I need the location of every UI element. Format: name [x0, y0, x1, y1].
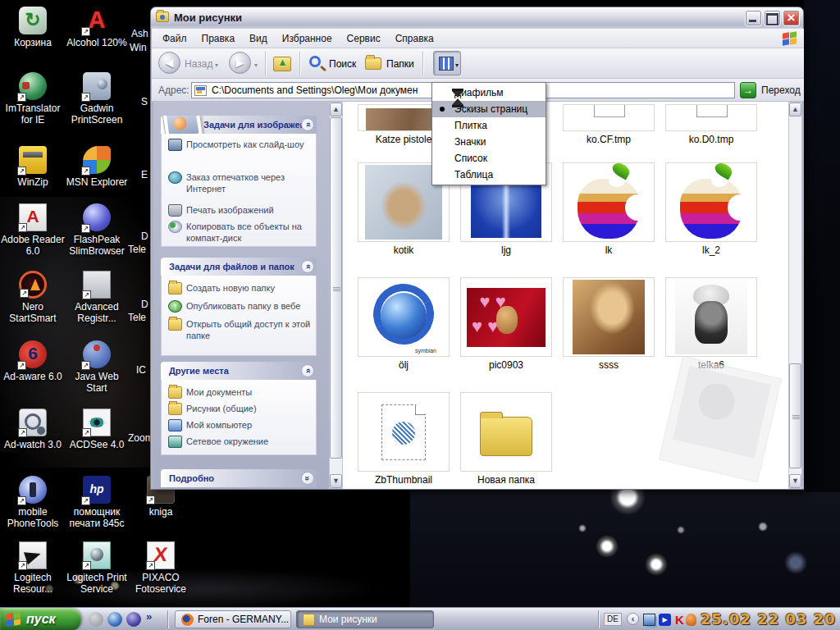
antivirus-tray-icon[interactable] — [673, 614, 686, 626]
view-option-thumbnails[interactable]: Эскизы страниц — [432, 101, 546, 117]
scroll-up-button[interactable]: ▲ — [330, 103, 342, 116]
tray-icon[interactable] — [686, 614, 696, 626]
desktop-icon-nero[interactable]: Nero StartSmart — [0, 271, 66, 324]
up-button[interactable] — [273, 57, 291, 71]
file-name[interactable]: kotik — [358, 244, 450, 256]
file-item[interactable]: ZbThumbnail — [358, 392, 450, 486]
desktop-icon-winzip[interactable]: WinZip — [0, 146, 66, 188]
file-item[interactable]: symbian ölj — [358, 277, 450, 371]
file-name[interactable]: Новая папка — [460, 474, 552, 486]
desktop-icon-adv-registry[interactable]: Advanced Registr... — [64, 271, 130, 324]
forward-button[interactable] — [229, 52, 251, 74]
back-dropdown-caret[interactable]: ▾ — [215, 62, 218, 69]
section-header-details[interactable]: Подробно — [161, 469, 317, 487]
task-label[interactable]: Копировать все объекты на компакт-диск — [186, 221, 311, 244]
hide-tray-icons-chevron[interactable]: ‹ — [627, 613, 639, 625]
menu-file[interactable]: Файл — [155, 30, 194, 47]
quick-launch-icon-2[interactable] — [107, 612, 122, 627]
maximize-button[interactable] — [764, 10, 781, 26]
link-label[interactable]: Мой компьютер — [186, 419, 311, 431]
file-name[interactable]: pic0903 — [460, 359, 552, 371]
link-label[interactable]: Рисунки (общие) — [186, 403, 311, 414]
view-option-icons[interactable]: Значки — [432, 134, 546, 150]
file-name[interactable]: lk_2 — [665, 244, 757, 256]
collapse-chevron-icon[interactable] — [301, 364, 314, 377]
view-option-filmstrip[interactable]: Диафильм — [432, 84, 546, 101]
task-label[interactable]: Опубликовать папку в вебе — [186, 300, 311, 312]
collapse-chevron-icon[interactable] — [301, 260, 314, 273]
file-name[interactable]: ölj — [358, 359, 450, 371]
minimize-button[interactable] — [745, 10, 762, 26]
tray-clock[interactable]: 25.02 22 03 20 — [701, 610, 837, 628]
close-button[interactable] — [783, 10, 800, 26]
view-option-list[interactable]: Список — [432, 150, 546, 167]
menu-edit[interactable]: Правка — [194, 30, 243, 47]
task-label[interactable]: Открыть общий доступ к этой папке — [186, 318, 311, 341]
desktop-icon-pixaco[interactable]: PIXACO Fotoservice — [128, 541, 194, 595]
desktop-icon-phonetools[interactable]: mobile PhoneTools — [0, 476, 66, 529]
file-name[interactable]: ljg — [460, 244, 552, 256]
menu-tools[interactable]: Сервис — [340, 30, 388, 47]
task-label[interactable]: Просмотреть как слайд-шоу — [186, 139, 311, 150]
desktop-icon-adobe[interactable]: Adobe Reader 6.0 — [0, 203, 66, 257]
desktop-icon-imtranslator[interactable]: ImTranslator for IE — [0, 72, 66, 126]
scrollbar-thumb[interactable] — [330, 117, 342, 459]
scroll-up-button[interactable]: ▲ — [789, 103, 801, 116]
expand-chevron-icon[interactable] — [301, 472, 314, 485]
task-label[interactable]: Создать новую папку — [186, 282, 311, 294]
file-name[interactable]: ZbThumbnail — [358, 474, 450, 486]
file-name[interactable]: ko.D0.tmp — [665, 134, 757, 145]
collapse-chevron-icon[interactable] — [301, 118, 314, 131]
file-name[interactable]: ssss — [563, 359, 655, 371]
menu-view[interactable]: Вид — [242, 30, 275, 47]
desktop-icon-msn[interactable]: MSN Explorer — [64, 146, 130, 188]
section-header-picture-tasks[interactable]: Задачи для изображен — [161, 116, 317, 134]
task-label[interactable]: Заказ отпечатков через Интернет — [186, 171, 311, 194]
content-scrollbar[interactable]: ▲ ▼ — [788, 102, 802, 489]
section-header-file-tasks[interactable]: Задачи для файлов и папок — [161, 258, 317, 276]
file-item[interactable]: pic0903 — [460, 277, 552, 371]
quick-launch-icon-3[interactable] — [126, 612, 141, 627]
desktop-icon-adwatch[interactable]: Ad-watch 3.0 — [0, 409, 66, 450]
start-button[interactable]: пуск — [0, 608, 81, 630]
back-button-label[interactable]: Назад — [185, 58, 212, 70]
taskbar-task-foren[interactable]: Foren - GERMANY... — [175, 610, 291, 628]
language-indicator[interactable]: DE — [604, 613, 622, 626]
task-pane-scrollbar[interactable]: ▲ ▼ — [329, 102, 343, 489]
views-button[interactable]: ▾ — [433, 51, 461, 75]
link-label[interactable]: Сетевое окружение — [186, 436, 311, 447]
search-button[interactable]: Поиск — [329, 58, 356, 70]
forward-dropdown-caret[interactable]: ▾ — [254, 62, 258, 69]
file-item[interactable]: ko.D0.tmp — [665, 104, 757, 145]
scroll-down-button[interactable]: ▼ — [330, 474, 342, 488]
menu-help[interactable]: Справка — [388, 30, 441, 47]
player-tray-icon[interactable] — [659, 614, 671, 626]
view-option-tiles[interactable]: Плитка — [432, 117, 546, 134]
desktop-icon-logitech-resources[interactable]: Logitech Resour... — [0, 541, 66, 595]
go-label[interactable]: Переход — [761, 84, 801, 96]
quick-launch-icon-1[interactable] — [89, 612, 103, 627]
file-item[interactable]: lk — [563, 162, 655, 256]
desktop-icon-hp-assistant[interactable]: помощник печати 845c — [64, 476, 130, 529]
file-item[interactable]: telka6 — [665, 277, 757, 371]
desktop-icon-adaware[interactable]: Ad-aware 6.0 — [0, 340, 66, 382]
taskbar-task-my-pictures[interactable]: Мои рисунки — [296, 610, 434, 628]
link-label[interactable]: Мои документы — [186, 386, 311, 398]
scrollbar-thumb[interactable] — [789, 363, 801, 468]
file-item[interactable]: lk_2 — [665, 162, 757, 256]
network-tray-icon[interactable] — [643, 614, 655, 626]
desktop-icon-slimbrowser[interactable]: FlashPeak SlimBrowser — [64, 203, 130, 257]
file-name[interactable]: ko.CF.tmp — [563, 134, 655, 145]
desktop-icon-java[interactable]: Java Web Start — [64, 340, 130, 394]
window-titlebar[interactable]: Мои рисунки — [151, 7, 803, 29]
task-label[interactable]: Печать изображений — [186, 204, 311, 216]
desktop-icon-logitech-print[interactable]: Logitech Print Service — [64, 541, 130, 595]
view-option-details[interactable]: Таблица — [432, 167, 546, 183]
desktop-icon-recycle-bin[interactable]: Корзина — [0, 7, 66, 48]
back-button[interactable] — [158, 52, 180, 74]
file-list-area[interactable]: Katze pistole ko.CF.tmp ko.D0.tmp kotik … — [343, 102, 788, 489]
section-header-other-places[interactable]: Другие места — [161, 362, 317, 380]
file-item[interactable]: Новая папка — [460, 392, 552, 486]
menu-favorites[interactable]: Избранное — [275, 30, 340, 47]
file-name[interactable]: lk — [563, 244, 655, 256]
